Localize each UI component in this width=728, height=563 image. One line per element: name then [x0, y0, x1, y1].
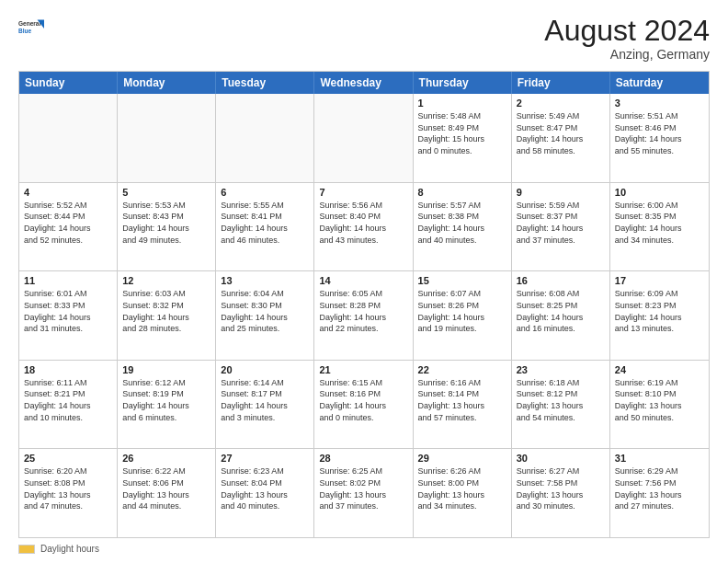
cal-cell-4-0: 25Sunrise: 6:20 AM Sunset: 8:08 PM Dayli…: [19, 449, 118, 537]
day-info: Sunrise: 5:59 AM Sunset: 8:37 PM Dayligh…: [517, 200, 605, 246]
cal-cell-4-3: 28Sunrise: 6:25 AM Sunset: 8:02 PM Dayli…: [314, 449, 413, 537]
cal-cell-1-3: 7Sunrise: 5:56 AM Sunset: 8:40 PM Daylig…: [314, 183, 413, 271]
cal-cell-0-4: 1Sunrise: 5:48 AM Sunset: 8:49 PM Daylig…: [414, 94, 512, 182]
cal-cell-0-5: 2Sunrise: 5:49 AM Sunset: 8:47 PM Daylig…: [512, 94, 610, 182]
day-info: Sunrise: 6:09 AM Sunset: 8:23 PM Dayligh…: [615, 288, 704, 334]
day-info: Sunrise: 6:27 AM Sunset: 7:58 PM Dayligh…: [517, 465, 605, 511]
day-info: Sunrise: 6:11 AM Sunset: 8:21 PM Dayligh…: [24, 377, 112, 423]
day-info: Sunrise: 5:56 AM Sunset: 8:40 PM Dayligh…: [319, 200, 407, 246]
day-info: Sunrise: 6:18 AM Sunset: 8:12 PM Dayligh…: [517, 377, 605, 423]
header-wednesday: Wednesday: [314, 72, 413, 94]
cal-cell-3-1: 19Sunrise: 6:12 AM Sunset: 8:19 PM Dayli…: [118, 361, 216, 449]
logo: GeneralBlue: [18, 15, 44, 40]
header-monday: Monday: [118, 72, 216, 94]
cal-row-4: 25Sunrise: 6:20 AM Sunset: 8:08 PM Dayli…: [19, 448, 709, 537]
cal-cell-4-2: 27Sunrise: 6:23 AM Sunset: 8:04 PM Dayli…: [216, 449, 314, 537]
day-number: 1: [418, 98, 506, 109]
cal-cell-4-4: 29Sunrise: 6:26 AM Sunset: 8:00 PM Dayli…: [414, 449, 512, 537]
cal-cell-4-5: 30Sunrise: 6:27 AM Sunset: 7:58 PM Dayli…: [512, 449, 610, 537]
header-tuesday: Tuesday: [216, 72, 314, 94]
svg-text:General: General: [18, 20, 40, 27]
day-number: 2: [517, 98, 605, 109]
footer: Daylight hours: [18, 544, 710, 554]
cal-cell-0-3: [314, 94, 413, 182]
cal-cell-2-6: 17Sunrise: 6:09 AM Sunset: 8:23 PM Dayli…: [610, 271, 709, 360]
day-number: 15: [418, 275, 506, 286]
day-info: Sunrise: 5:51 AM Sunset: 8:46 PM Dayligh…: [615, 110, 704, 156]
day-info: Sunrise: 6:08 AM Sunset: 8:25 PM Dayligh…: [517, 288, 605, 334]
header-saturday: Saturday: [610, 72, 709, 94]
cal-cell-0-0: [19, 94, 118, 182]
day-number: 16: [517, 275, 605, 286]
day-number: 21: [319, 364, 407, 375]
day-number: 30: [517, 453, 605, 464]
day-info: Sunrise: 5:49 AM Sunset: 8:47 PM Dayligh…: [517, 110, 605, 156]
day-info: Sunrise: 6:12 AM Sunset: 8:19 PM Dayligh…: [122, 377, 210, 423]
cal-cell-2-2: 13Sunrise: 6:04 AM Sunset: 8:30 PM Dayli…: [216, 271, 314, 360]
day-number: 12: [122, 275, 210, 286]
day-info: Sunrise: 6:03 AM Sunset: 8:32 PM Dayligh…: [122, 288, 210, 334]
cal-row-3: 18Sunrise: 6:11 AM Sunset: 8:21 PM Dayli…: [19, 360, 709, 449]
day-info: Sunrise: 5:55 AM Sunset: 8:41 PM Dayligh…: [221, 200, 309, 246]
cal-row-1: 4Sunrise: 5:52 AM Sunset: 8:44 PM Daylig…: [19, 182, 709, 271]
day-info: Sunrise: 6:14 AM Sunset: 8:17 PM Dayligh…: [221, 377, 309, 423]
cal-cell-3-2: 20Sunrise: 6:14 AM Sunset: 8:17 PM Dayli…: [216, 361, 314, 449]
cal-cell-1-0: 4Sunrise: 5:52 AM Sunset: 8:44 PM Daylig…: [19, 183, 118, 271]
day-number: 14: [319, 275, 407, 286]
day-number: 13: [221, 275, 309, 286]
day-number: 8: [418, 187, 506, 198]
day-number: 7: [319, 187, 407, 198]
title-block: August 2024 Anzing, Germany: [544, 15, 710, 62]
day-info: Sunrise: 6:22 AM Sunset: 8:06 PM Dayligh…: [122, 465, 210, 511]
cal-cell-0-1: [118, 94, 216, 182]
day-number: 29: [418, 453, 506, 464]
daylight-label: Daylight hours: [40, 544, 99, 554]
day-info: Sunrise: 6:26 AM Sunset: 8:00 PM Dayligh…: [418, 465, 506, 511]
cal-cell-3-0: 18Sunrise: 6:11 AM Sunset: 8:21 PM Dayli…: [19, 361, 118, 449]
day-number: 22: [418, 364, 506, 375]
day-number: 26: [122, 453, 210, 464]
calendar: Sunday Monday Tuesday Wednesday Thursday…: [18, 71, 710, 538]
header-friday: Friday: [512, 72, 610, 94]
day-number: 3: [615, 98, 704, 109]
day-info: Sunrise: 6:29 AM Sunset: 7:56 PM Dayligh…: [615, 465, 704, 511]
logo-icon: GeneralBlue: [18, 15, 44, 40]
calendar-body: 1Sunrise: 5:48 AM Sunset: 8:49 PM Daylig…: [19, 94, 709, 537]
day-number: 5: [122, 187, 210, 198]
day-info: Sunrise: 6:15 AM Sunset: 8:16 PM Dayligh…: [319, 377, 407, 423]
day-number: 28: [319, 453, 407, 464]
cal-cell-2-5: 16Sunrise: 6:08 AM Sunset: 8:25 PM Dayli…: [512, 271, 610, 360]
day-info: Sunrise: 5:53 AM Sunset: 8:43 PM Dayligh…: [122, 200, 210, 246]
cal-cell-0-2: [216, 94, 314, 182]
daylight-swatch: [18, 545, 35, 554]
day-info: Sunrise: 6:19 AM Sunset: 8:10 PM Dayligh…: [615, 377, 704, 423]
cal-cell-4-1: 26Sunrise: 6:22 AM Sunset: 8:06 PM Dayli…: [118, 449, 216, 537]
day-info: Sunrise: 6:25 AM Sunset: 8:02 PM Dayligh…: [319, 465, 407, 511]
day-number: 23: [517, 364, 605, 375]
cal-cell-1-1: 5Sunrise: 5:53 AM Sunset: 8:43 PM Daylig…: [118, 183, 216, 271]
day-number: 25: [24, 453, 112, 464]
day-info: Sunrise: 6:05 AM Sunset: 8:28 PM Dayligh…: [319, 288, 407, 334]
day-number: 17: [615, 275, 704, 286]
day-info: Sunrise: 6:16 AM Sunset: 8:14 PM Dayligh…: [418, 377, 506, 423]
cal-cell-3-3: 21Sunrise: 6:15 AM Sunset: 8:16 PM Dayli…: [314, 361, 413, 449]
header-sunday: Sunday: [19, 72, 118, 94]
day-number: 27: [221, 453, 309, 464]
day-info: Sunrise: 6:00 AM Sunset: 8:35 PM Dayligh…: [615, 200, 704, 246]
page: GeneralBlue August 2024 Anzing, Germany …: [0, 0, 728, 563]
header-thursday: Thursday: [414, 72, 512, 94]
day-info: Sunrise: 6:01 AM Sunset: 8:33 PM Dayligh…: [24, 288, 112, 334]
cal-cell-3-5: 23Sunrise: 6:18 AM Sunset: 8:12 PM Dayli…: [512, 361, 610, 449]
cal-cell-1-2: 6Sunrise: 5:55 AM Sunset: 8:41 PM Daylig…: [216, 183, 314, 271]
day-info: Sunrise: 6:23 AM Sunset: 8:04 PM Dayligh…: [221, 465, 309, 511]
cal-cell-2-1: 12Sunrise: 6:03 AM Sunset: 8:32 PM Dayli…: [118, 271, 216, 360]
svg-text:Blue: Blue: [18, 28, 31, 34]
day-number: 24: [615, 364, 704, 375]
cal-cell-1-4: 8Sunrise: 5:57 AM Sunset: 8:38 PM Daylig…: [414, 183, 512, 271]
cal-cell-2-3: 14Sunrise: 6:05 AM Sunset: 8:28 PM Dayli…: [314, 271, 413, 360]
day-number: 10: [615, 187, 704, 198]
header: GeneralBlue August 2024 Anzing, Germany: [18, 15, 710, 62]
cal-cell-3-6: 24Sunrise: 6:19 AM Sunset: 8:10 PM Dayli…: [610, 361, 709, 449]
calendar-header: Sunday Monday Tuesday Wednesday Thursday…: [19, 72, 709, 94]
cal-cell-1-5: 9Sunrise: 5:59 AM Sunset: 8:37 PM Daylig…: [512, 183, 610, 271]
